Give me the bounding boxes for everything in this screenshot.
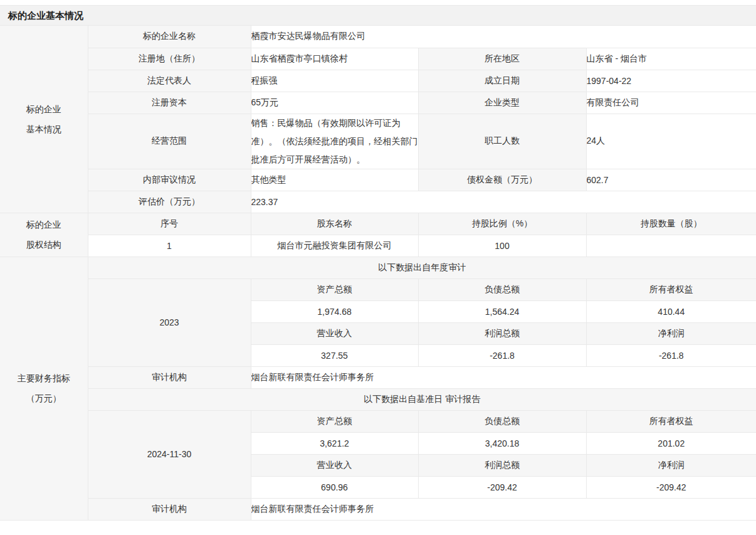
cell-owner-equity: 201.02	[586, 432, 756, 454]
table-row: 1 烟台市元融投资集团有限公司 100	[0, 235, 756, 257]
column-header-owner-equity: 所有者权益	[586, 278, 756, 300]
page-title: 标的企业基本情况	[0, 5, 756, 26]
field-value-company-name: 栖霞市安达民爆物品有限公司	[251, 26, 756, 48]
cell-total-profit: -261.8	[418, 344, 586, 366]
field-label-company-name: 标的企业名称	[88, 26, 251, 48]
column-header-net-profit: 净利润	[586, 322, 756, 344]
column-header-seq: 序号	[88, 213, 251, 235]
field-value-company-type: 有限责任公司	[586, 92, 756, 114]
section-label-line: 基本情况	[0, 119, 88, 139]
cell-total-assets: 3,621.2	[251, 432, 418, 454]
column-header-owner-equity: 所有者权益	[586, 410, 756, 432]
field-value-establish-date: 1997-04-22	[586, 70, 756, 92]
field-value-business-scope: 销售：民爆物品（有效期限以许可证为准）。（依法须经批准的项目，经相关部门批准后方…	[251, 114, 418, 169]
table-row: 评估价（万元） 223.37	[0, 191, 756, 213]
cell-total-profit: -209.42	[418, 476, 586, 498]
cell-revenue: 327.55	[251, 344, 418, 366]
field-value-appraisal-price: 223.37	[251, 191, 756, 213]
cell-total-assets: 1,974.68	[251, 300, 418, 322]
field-label-appraisal-price: 评估价（万元）	[88, 191, 251, 213]
table-row: 主要财务指标 （万元） 以下数据出自年度审计	[0, 257, 756, 278]
table-row: 标的企业 股权结构 序号 股东名称 持股比例（%） 持股数量（股）	[0, 213, 756, 235]
column-header-total-liabilities: 负债总额	[418, 278, 586, 300]
field-label-auditor-annual: 审计机构	[88, 366, 251, 388]
column-header-net-profit: 净利润	[586, 454, 756, 476]
field-value-legal-representative: 程振强	[251, 70, 418, 92]
section-label-line: 标的企业	[0, 215, 88, 235]
year-label-2023: 2023	[88, 278, 251, 366]
column-header-revenue: 营业收入	[251, 454, 418, 476]
banner-baseline-audit: 以下数据出自基准日 审计报告	[88, 388, 756, 410]
cell-revenue: 690.96	[251, 476, 418, 498]
cell-total-liabilities: 3,420.18	[418, 432, 586, 454]
table-row: 审计机构 烟台新联有限责任会计师事务所	[0, 498, 756, 520]
field-label-debt-amount: 债权金额（万元）	[418, 169, 586, 191]
cell-total-liabilities: 1,564.24	[418, 300, 586, 322]
table-row: 法定代表人 程振强 成立日期 1997-04-22	[0, 70, 756, 92]
table-row: 标的企业 基本情况 标的企业名称 栖霞市安达民爆物品有限公司	[0, 26, 756, 48]
field-label-internal-review: 内部审议情况	[88, 169, 251, 191]
field-label-establish-date: 成立日期	[418, 70, 586, 92]
cell-owner-equity: 410.44	[586, 300, 756, 322]
column-header-revenue: 营业收入	[251, 322, 418, 344]
table-row: 经营范围 销售：民爆物品（有效期限以许可证为准）。（依法须经批准的项目，经相关部…	[0, 114, 756, 169]
cell-ratio: 100	[418, 235, 586, 257]
field-value-auditor-annual: 烟台新联有限责任会计师事务所	[251, 366, 756, 388]
section-label-line: 股权结构	[0, 235, 88, 255]
section-label-line: 主要财务指标	[0, 368, 88, 388]
banner-annual-audit: 以下数据出自年度审计	[88, 257, 756, 278]
cell-shareholder: 烟台市元融投资集团有限公司	[251, 235, 418, 257]
company-info-table: 标的企业 基本情况 标的企业名称 栖霞市安达民爆物品有限公司 注册地（住所） 山…	[0, 26, 756, 521]
field-label-company-type: 企业类型	[418, 92, 586, 114]
cell-net-profit: -261.8	[586, 344, 756, 366]
table-row: 以下数据出自基准日 审计报告	[0, 388, 756, 410]
section-label-equity: 标的企业 股权结构	[0, 213, 88, 257]
cell-seq: 1	[88, 235, 251, 257]
field-value-staff-count: 24人	[586, 114, 756, 169]
table-row: 注册地（住所） 山东省栖霞市亭口镇徐村 所在地区 山东省 - 烟台市	[0, 48, 756, 70]
table-row: 2024-11-30 资产总额 负债总额 所有者权益	[0, 410, 756, 432]
field-label-registered-address: 注册地（住所）	[88, 48, 251, 70]
column-header-total-assets: 资产总额	[251, 278, 418, 300]
section-label-line: （万元）	[0, 388, 88, 408]
field-label-staff-count: 职工人数	[418, 114, 586, 169]
field-label-registered-capital: 注册资本	[88, 92, 251, 114]
table-row: 审计机构 烟台新联有限责任会计师事务所	[0, 366, 756, 388]
section-label-basic: 标的企业 基本情况	[0, 26, 88, 213]
field-label-region: 所在地区	[418, 48, 586, 70]
table-row: 注册资本 65万元 企业类型 有限责任公司	[0, 92, 756, 114]
section-label-financial: 主要财务指标 （万元）	[0, 257, 88, 520]
field-value-debt-amount: 602.7	[586, 169, 756, 191]
cell-shares	[586, 235, 756, 257]
cell-net-profit: -209.42	[586, 476, 756, 498]
section-label-line: 标的企业	[0, 99, 88, 119]
field-label-legal-representative: 法定代表人	[88, 70, 251, 92]
field-label-business-scope: 经营范围	[88, 114, 251, 169]
column-header-shares: 持股数量（股）	[586, 213, 756, 235]
year-label-baseline-date: 2024-11-30	[88, 410, 251, 498]
column-header-total-profit: 利润总额	[418, 454, 586, 476]
column-header-shareholder: 股东名称	[251, 213, 418, 235]
table-row: 2023 资产总额 负债总额 所有者权益	[0, 278, 756, 300]
column-header-total-profit: 利润总额	[418, 322, 586, 344]
field-value-registered-capital: 65万元	[251, 92, 418, 114]
column-header-total-assets: 资产总额	[251, 410, 418, 432]
field-value-region: 山东省 - 烟台市	[586, 48, 756, 70]
field-label-auditor-baseline: 审计机构	[88, 498, 251, 520]
table-row: 内部审议情况 其他类型 债权金额（万元） 602.7	[0, 169, 756, 191]
column-header-total-liabilities: 负债总额	[418, 410, 586, 432]
field-value-registered-address: 山东省栖霞市亭口镇徐村	[251, 48, 418, 70]
field-value-internal-review: 其他类型	[251, 169, 418, 191]
field-value-auditor-baseline: 烟台新联有限责任会计师事务所	[251, 498, 756, 520]
column-header-ratio: 持股比例（%）	[418, 213, 586, 235]
